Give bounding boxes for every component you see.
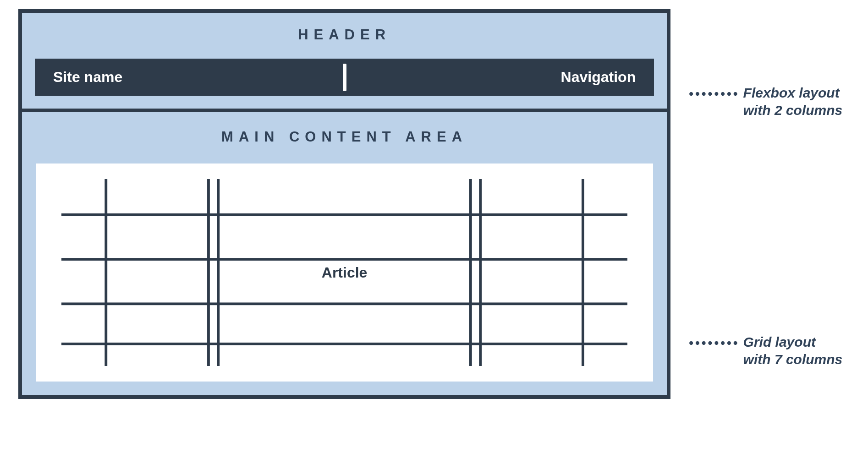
header-label: HEADER xyxy=(35,27,654,43)
article-grid: Article xyxy=(36,164,653,382)
site-name-label: Site name xyxy=(53,69,122,86)
annotation-grid: •••••••• Grid layoutwith 7 columns xyxy=(689,333,842,368)
main-content-region: MAIN CONTENT AREA xyxy=(22,112,667,395)
leader-dots-icon: •••••••• xyxy=(689,336,739,350)
main-content-label: MAIN CONTENT AREA xyxy=(36,129,653,145)
navigation-label: Navigation xyxy=(561,69,636,86)
annotation-flexbox: •••••••• Flexbox layoutwith 2 columns xyxy=(689,84,842,119)
nav-bar: Site name Navigation xyxy=(35,59,654,96)
header-region: HEADER Site name Navigation xyxy=(22,13,667,112)
leader-dots-icon: •••••••• xyxy=(689,87,739,101)
layout-diagram: HEADER Site name Navigation MAIN CONTENT… xyxy=(18,9,670,399)
article-label: Article xyxy=(317,264,372,281)
annotations-column: •••••••• Flexbox layoutwith 2 columns ••… xyxy=(689,9,850,458)
annotation-flexbox-text: Flexbox layoutwith 2 columns xyxy=(743,84,843,119)
column-divider-icon xyxy=(343,64,346,91)
annotation-grid-text: Grid layoutwith 7 columns xyxy=(743,333,843,368)
